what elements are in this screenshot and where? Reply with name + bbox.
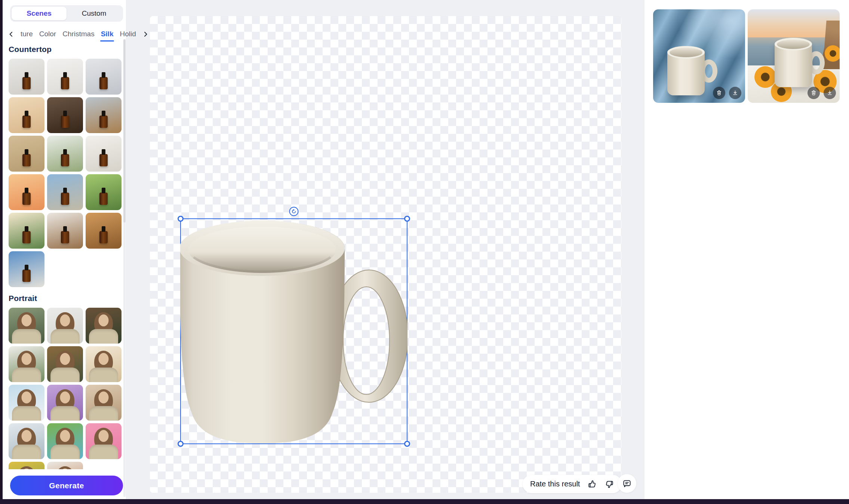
scene-countertop-kitchen-shelf[interactable] [86,213,121,249]
bottle-figure [61,72,69,89]
resize-handle-top-right[interactable] [404,216,410,222]
workspace: Rate this result [126,0,645,499]
bottle-figure [99,188,108,205]
rotate-handle[interactable] [289,207,299,216]
scene-portrait-blue-room[interactable] [9,385,44,421]
download-result-button[interactable] [729,87,741,99]
bottle-figure [22,265,31,282]
scene-portrait-beach-tree[interactable] [47,423,83,459]
scene-portrait-bright-living-room[interactable] [86,346,121,382]
category-tab-bar: ture Color Christmas Silk Holid [8,28,124,40]
rate-result-bar: Rate this result [523,475,622,493]
bottle-figure [61,188,69,205]
tab-custom[interactable]: Custom [67,7,121,20]
bottle-figure [22,111,31,128]
mode-tab-bar: Scenes Custom [10,5,123,22]
scene-portrait-cafe-greenhouse[interactable] [9,308,44,344]
chevron-left-icon[interactable] [8,31,14,37]
ceramic-mug-object[interactable] [180,218,407,444]
bottle-figure [22,226,31,243]
bottle-figure [22,188,31,205]
comment-icon [622,479,632,488]
resize-handle-top-left[interactable] [178,216,184,222]
generate-button[interactable]: Generate [10,476,123,495]
scene-countertop-street-terrace[interactable] [47,174,83,210]
scene-portrait-bar-blur[interactable] [86,308,121,344]
feedback-comment-button[interactable] [618,474,636,493]
scene-countertop-marble-light[interactable] [86,59,121,95]
window-edge-bottom [0,499,849,504]
tab-scenes[interactable]: Scenes [12,7,67,20]
scene-countertop-kitchen-marble[interactable] [9,59,44,95]
scene-countertop-garden-lawn[interactable] [86,174,121,210]
download-result-button[interactable] [824,87,836,99]
delete-result-button[interactable] [713,87,725,99]
scene-portrait-monstera-wall[interactable] [9,346,44,382]
scene-portrait-beige-hallway[interactable] [86,385,121,421]
delete-result-button[interactable] [808,87,820,99]
result-card-actions [713,87,741,99]
scene-countertop-white-pedestal[interactable] [47,59,83,95]
category-tab-silk[interactable]: Silk [101,30,114,38]
trash-icon [810,90,817,96]
countertop-grid [9,59,121,287]
bottle-figure [61,149,69,166]
scene-scroll-area[interactable]: Countertop [9,42,123,499]
scene-portrait-pink-balloons[interactable] [86,423,121,459]
result-card-mug-coastal-sunflowers[interactable] [748,9,840,103]
bottle-figure [22,149,31,166]
scene-countertop-white-linen[interactable] [86,136,121,172]
scene-portrait-purple-room[interactable] [47,385,83,421]
sidebar-scrollbar-thumb[interactable] [123,39,126,222]
scene-countertop-sunset-terrace[interactable] [9,174,44,210]
bottle-figure [99,149,108,166]
scene-countertop-rattan-table[interactable] [9,136,44,172]
scene-countertop-santorini[interactable] [9,251,44,287]
thumbs-up-button[interactable] [587,479,597,489]
resize-handle-bottom-right[interactable] [404,441,410,447]
scene-countertop-marble-bouquet[interactable] [47,136,83,172]
bottle-figure [99,111,108,128]
section-title-countertop: Countertop [9,45,123,54]
download-icon [732,90,738,96]
scene-countertop-wood-beige[interactable] [9,97,44,133]
category-tab-color[interactable]: Color [39,30,56,38]
result-card-actions [808,87,836,99]
section-title-portrait: Portrait [9,294,123,303]
selection-box-mug[interactable] [180,218,407,444]
result-card-mug-on-blue-silk[interactable] [653,9,745,103]
window-edge-left [0,0,3,504]
download-icon [827,90,833,96]
scene-countertop-table-flowers[interactable] [86,97,121,133]
sidebar-scrollbar[interactable] [123,39,126,497]
trash-icon [716,90,722,96]
thumbs-down-button[interactable] [605,479,614,489]
scene-countertop-spa-towels[interactable] [47,213,83,249]
bottle-figure [61,111,69,128]
scene-countertop-dark-wood[interactable] [47,97,83,133]
scene-portrait-gym[interactable] [9,423,44,459]
scene-portrait-white-brick[interactable] [47,308,83,344]
sunflower-figure [754,66,776,88]
category-tab-christmas[interactable]: Christmas [62,30,95,38]
bottle-figure [22,72,31,89]
bottle-figure [99,72,108,89]
bottle-figure [99,226,108,243]
chevron-right-icon[interactable] [142,31,149,37]
results-panel [645,0,849,499]
category-tab-holiday[interactable]: Holid [120,30,136,38]
category-tab-ture[interactable]: ture [21,30,33,38]
app-root: { "app": { "accent_blue": "#2563eb", "br… [0,0,849,504]
resize-handle-bottom-left[interactable] [178,441,184,447]
rate-result-label: Rate this result [530,480,580,488]
scene-countertop-palm-window[interactable] [9,213,44,249]
scenes-sidebar: Scenes Custom ture Color Christmas Silk … [3,0,126,499]
scene-portrait-restaurant-lights[interactable] [47,346,83,382]
bottle-figure [61,226,69,243]
